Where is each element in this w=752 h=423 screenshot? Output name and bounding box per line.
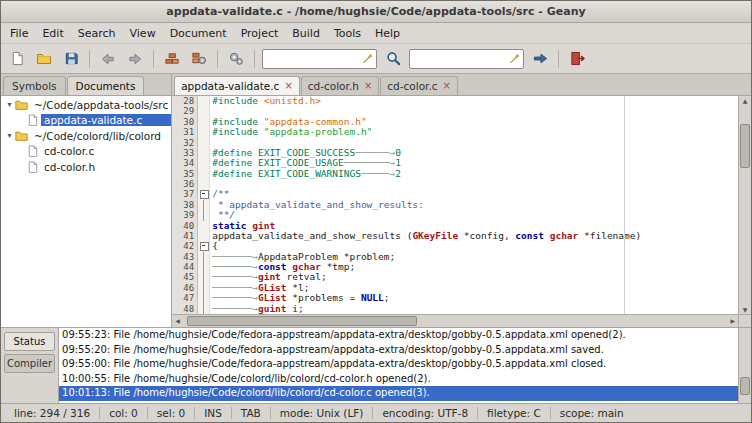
- messages-scrollbar-thumb[interactable]: [740, 377, 750, 395]
- message-window: StatusCompiler 09:55:23: File /home/hugh…: [1, 327, 751, 403]
- line-number: 43: [172, 252, 194, 262]
- status-messages-panel: 09:55:23: File /home/hughsie/Code/fedora…: [58, 328, 751, 403]
- editor-tab-appdata-validate.c[interactable]: appdata-validate.c×: [174, 76, 300, 95]
- status-message-row[interactable]: 09:55:20: File /home/hughsie/Code/fedora…: [59, 343, 738, 358]
- tree-item[interactable]: ▾~/Code/appdata-tools/src: [1, 97, 171, 113]
- goto-line-button[interactable]: [527, 47, 553, 71]
- fold-marker[interactable]: [198, 189, 209, 199]
- sidebar-tab-documents[interactable]: Documents: [67, 76, 145, 95]
- execute-button[interactable]: [223, 47, 249, 71]
- menu-item-search[interactable]: Search: [71, 23, 123, 43]
- fold-cell: [198, 272, 209, 282]
- statusbar-item: scope: main: [551, 407, 633, 419]
- tree-item[interactable]: cd-color.c: [1, 144, 171, 160]
- code-text[interactable]: #include <unistd.h>#include "appdata-com…: [210, 96, 738, 314]
- tree-item[interactable]: cd-color.h: [1, 159, 171, 175]
- tab-close-icon[interactable]: ×: [443, 81, 451, 91]
- code-line[interactable]: * appdata_validate_and_show_results:: [212, 200, 738, 210]
- tab-close-icon[interactable]: ×: [364, 81, 372, 91]
- nav-back-button[interactable]: [95, 47, 121, 71]
- menu-item-view[interactable]: View: [123, 23, 163, 43]
- fold-cell: [198, 304, 209, 314]
- search-button[interactable]: [380, 47, 406, 71]
- line-number: 31: [172, 127, 194, 137]
- line-number: 48: [172, 304, 194, 314]
- menu-item-file[interactable]: File: [3, 23, 35, 43]
- line-number: 42: [172, 241, 194, 251]
- tree-item-label: ~/Code/appdata-tools/src: [31, 99, 171, 111]
- toolbar-separator: [254, 50, 255, 68]
- code-line[interactable]: #define EXIT_CODE_WARNINGS─────→2: [212, 169, 738, 179]
- line-number: 46: [172, 283, 194, 293]
- code-line[interactable]: appdata_validate_and_show_results (GKeyF…: [212, 231, 738, 241]
- nav-forward-button[interactable]: [122, 47, 148, 71]
- quit-icon: [570, 51, 585, 66]
- open-file-button[interactable]: [31, 47, 57, 71]
- menu-item-tools[interactable]: Tools: [327, 23, 368, 43]
- build-button[interactable]: [186, 47, 212, 71]
- message-tab-status[interactable]: Status: [4, 332, 55, 351]
- code-line[interactable]: **/: [212, 210, 738, 220]
- scroll-right-arrow[interactable]: ▶: [730, 317, 735, 324]
- compile-button[interactable]: [159, 47, 185, 71]
- code-line[interactable]: [212, 179, 738, 189]
- status-message-row[interactable]: 10:01:13: File /home/hughsie/Code/colord…: [59, 386, 738, 401]
- compile-icon: [164, 51, 180, 66]
- titlebar[interactable]: appdata-validate.c - /home/hughsie/Code/…: [1, 1, 751, 23]
- sidebar-tab-symbols[interactable]: Symbols: [3, 76, 66, 95]
- status-message-row[interactable]: 09:55:23: File /home/hughsie/Code/fedora…: [59, 328, 738, 343]
- menu-item-document[interactable]: Document: [163, 23, 234, 43]
- tree-item[interactable]: ▾~/Code/colord/lib/colord: [1, 128, 171, 144]
- fold-cell: [198, 106, 209, 116]
- messages-scrollbar[interactable]: [738, 328, 751, 403]
- tree-item[interactable]: appdata-validate.c: [1, 113, 171, 129]
- magnifier-icon: [386, 51, 401, 66]
- editor-tab-cd-color.h[interactable]: cd-color.h×: [301, 76, 380, 95]
- save-file-button[interactable]: [58, 47, 84, 71]
- status-message-row[interactable]: 10:00:55: File /home/hughsie/Code/colord…: [59, 372, 738, 387]
- goto-line-input[interactable]: [413, 53, 509, 64]
- editor-vertical-scrollbar[interactable]: ▲ ▼: [738, 96, 751, 314]
- save-icon: [64, 51, 79, 66]
- clear-icon[interactable]: [509, 53, 520, 64]
- fold-cell: [198, 262, 209, 272]
- toolbar-separator: [153, 50, 154, 68]
- code-line[interactable]: ───────→guint i;: [212, 304, 738, 314]
- line-number: 41: [172, 231, 194, 241]
- editor-tab-cd-color.c[interactable]: cd-color.c×: [380, 76, 458, 95]
- scroll-down-arrow[interactable]: ▼: [739, 306, 751, 313]
- statusbar-item: mode: Unix (LF): [271, 407, 373, 419]
- menu-item-edit[interactable]: Edit: [35, 23, 70, 43]
- editor-horizontal-scrollbar[interactable]: ◀ ▶: [172, 314, 738, 327]
- editor-tab-label: cd-color.h: [308, 80, 359, 92]
- folder-icon: [15, 99, 28, 110]
- status-message-row[interactable]: 09:55:00: File /home/hughsie/Code/fedora…: [59, 357, 738, 372]
- main-area: SymbolsDocuments ▾~/Code/appdata-tools/s…: [1, 74, 751, 327]
- editor: appdata-validate.c×cd-color.h×cd-color.c…: [172, 74, 751, 327]
- new-file-button[interactable]: [4, 47, 30, 71]
- line-number: 33: [172, 148, 194, 158]
- line-number: 40: [172, 221, 194, 231]
- menu-item-project[interactable]: Project: [234, 23, 286, 43]
- code-line[interactable]: #include <unistd.h>: [212, 96, 738, 106]
- horizontal-scrollbar-thumb[interactable]: [187, 316, 417, 326]
- tree-item-label: cd-color.c: [41, 145, 171, 157]
- fold-marker[interactable]: [198, 241, 209, 251]
- vertical-scrollbar-thumb[interactable]: [740, 124, 750, 168]
- code-line[interactable]: #include "appdata-problem.h": [212, 127, 738, 137]
- code-area[interactable]: 2829303132333435363738394041424344454647…: [172, 96, 751, 314]
- fold-cell: [198, 127, 209, 137]
- menu-item-build[interactable]: Build: [285, 23, 327, 43]
- menu-item-help[interactable]: Help: [368, 23, 407, 43]
- tree-item-label: ~/Code/colord/lib/colord: [31, 130, 171, 142]
- quit-button[interactable]: [564, 47, 590, 71]
- search-input[interactable]: [266, 53, 362, 64]
- line-number: 39: [172, 210, 194, 220]
- expander-icon[interactable]: ▾: [4, 100, 15, 109]
- tab-close-icon[interactable]: ×: [284, 81, 292, 91]
- message-tab-compiler[interactable]: Compiler: [4, 354, 55, 373]
- clear-icon[interactable]: [362, 53, 373, 64]
- scroll-up-arrow[interactable]: ▲: [739, 97, 751, 104]
- scroll-left-arrow[interactable]: ◀: [175, 317, 180, 324]
- expander-icon[interactable]: ▾: [4, 131, 15, 140]
